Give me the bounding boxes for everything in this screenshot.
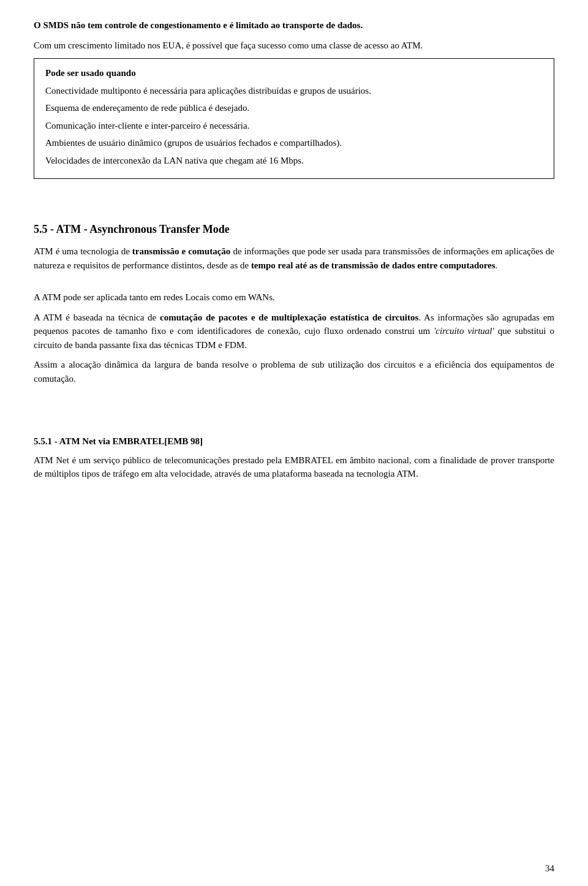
bold-comutacao: comutação de pacotes e de multiplexação … [160,312,418,322]
page-container: O SMDS não tem controle de congestioname… [0,0,588,886]
section-5-5-heading: 5.5 - ATM - Asynchronous Transfer Mode [34,222,554,237]
spacer-1 [34,191,554,203]
boxed-item-3: Comunicação inter-cliente e inter-parcei… [45,119,543,133]
section-5-5-paragraph-1: ATM é uma tecnologia de transmissão e co… [34,244,554,272]
section-5-5-paragraph-3: A ATM é baseada na técnica de comutação … [34,311,554,352]
section-5-5-1-heading: 5.5.1 - ATM Net via EMBRATEL[EMB 98] [34,434,554,449]
boxed-item-4: Ambientes de usuário dinâmico (grupos de… [45,136,543,150]
intro-paragraph-2: Com um crescimento limitado nos EUA, é p… [34,39,554,53]
spacer-4 [34,404,554,416]
italic-circuito-virtual: 'circuito virtual' [434,326,494,336]
boxed-item-1: Conectividade multiponto é necessária pa… [45,84,543,98]
section-5-5-1-paragraph-1: ATM Net é um serviço público de telecomu… [34,453,554,481]
section-5-5-paragraph-2: A ATM pode ser aplicada tanto em redes L… [34,290,554,305]
section-5-5-paragraph-4: Assim a alocação dinâmica da largura de … [34,358,554,385]
bold-transmissao: transmissão e comutação [132,246,231,256]
boxed-item-2: Esquema de endereçamento de rede pública… [45,101,543,115]
intro-bold-text-1: O SMDS não tem controle de congestioname… [34,20,363,30]
bold-tempo-real: tempo real até as de transmissão de dado… [251,260,496,270]
page-number: 34 [545,863,554,874]
intro-paragraph-1: O SMDS não tem controle de congestioname… [34,18,554,32]
section-5-5-1-heading-bold: 5.5.1 - ATM Net via EMBRATEL [34,436,164,446]
boxed-item-5: Velocidades de interconexão da LAN nativ… [45,154,543,168]
boxed-section: Pode ser usado quando Conectividade mult… [34,58,554,179]
spacer-2 [34,278,554,290]
boxed-header: Pode ser usado quando [45,66,543,80]
spacer-3 [34,392,554,404]
